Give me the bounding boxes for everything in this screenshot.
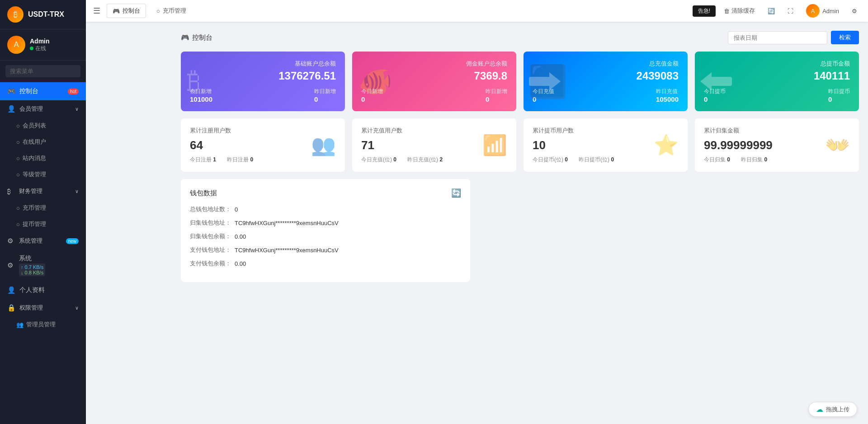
topbar-actions: 🗑 清除缓存 🔄 ⛶ A Admin ⚙ [720, 2, 861, 19]
sidebar-item-finance-mgmt[interactable]: ₿ 财务管理 ∨ [0, 183, 86, 200]
registered-sub: 今日注册 1 昨日注册 0 [190, 156, 336, 164]
user-info: A Admin 在线 [0, 29, 86, 61]
wallet-value-4: 0.00 [235, 260, 246, 267]
sidebar-item-sys-settings[interactable]: ⚙ 系统 ↑ 0.7 KB/s ↓ 0.8 KB/s [0, 250, 86, 281]
users-icon: 👥 [311, 133, 336, 157]
circle-icon: ○ [16, 171, 20, 178]
sys-settings-detail: 系统 ↑ 0.7 KB/s ↓ 0.8 KB/s [19, 254, 45, 276]
wallet-title: 钱包数据 [190, 189, 217, 198]
tab-recharge[interactable]: ○ 充币管理 [151, 4, 192, 18]
users-icon: 👥 [16, 321, 24, 328]
tab-dashboard[interactable]: 🎮 控制台 [107, 4, 146, 18]
stat-card-total-recharge: ⬛ 总充值金额 2439083 今日充值 0 昨日充值 105000 [524, 52, 688, 111]
member-icon: 👤 [7, 105, 16, 113]
wallet-refresh-icon[interactable]: 🔄 [451, 188, 461, 198]
stat-card-recharged-users: 累计充值用户数 71 今日充值(位) 0 昨日充值(位) 2 📶 [352, 118, 516, 172]
wallet-header: 钱包数据 🔄 [190, 188, 461, 198]
chevron-down-icon: ∨ [75, 305, 79, 311]
circle-icon: ○ [16, 205, 20, 212]
net-up: ↑ 0.7 KB/s [21, 264, 43, 270]
circle-icon: ○ [16, 139, 20, 146]
circle-icon: ○ [16, 122, 20, 129]
cloud-icon: ☁ [816, 405, 823, 414]
wifi-icon: 📶 [482, 133, 507, 157]
perm-label: 权限管理 [19, 304, 43, 312]
topbar: ☰ 🎮 控制台 ○ 充币管理 告急! 🗑 清除缓存 🔄 ⛶ A Admin ⚙ [86, 0, 868, 22]
recharged-sub: 今日充值(位) 0 昨日充值(位) 2 [361, 156, 507, 164]
wallet-value-0: 0 [235, 206, 238, 213]
sidebar-item-dashboard[interactable]: 🎮 控制台 hot [0, 82, 86, 100]
sidebar-item-site-msg[interactable]: ○ 站内消息 [0, 150, 86, 166]
date-input[interactable] [728, 31, 827, 44]
online-users-label: 在线用户 [23, 138, 46, 146]
svg-rect-0 [529, 77, 552, 86]
search-box[interactable] [0, 61, 86, 82]
basic-balance-value: 1376276.51 [190, 70, 336, 82]
recharge-yest: 昨日充值 105000 [656, 88, 679, 103]
stat-card-basic-balance: ₿ 基础账户总余额 1376276.51 今日新增 101000 昨日新增 0 [181, 52, 345, 111]
stat-card-withdrawn-users: 累计提币用户数 10 今日提币(位) 0 昨日提币(位) 0 ⭐ [524, 118, 688, 172]
dashboard-tab-icon: 🎮 [113, 8, 120, 14]
sidebar-item-member-list[interactable]: ○ 会员列表 [0, 118, 86, 134]
sidebar-item-profile[interactable]: 👤 个人资料 [0, 281, 86, 299]
sidebar-logo: ₿ USDT-TRX [0, 0, 86, 29]
gear-icon: ⚙ [7, 261, 15, 269]
admin-user[interactable]: A Admin [802, 2, 843, 19]
user-details: Admin 在线 [30, 38, 50, 52]
hot-badge: hot [68, 89, 79, 94]
wallet-row-4: 支付钱包余额： 0.00 [190, 259, 461, 268]
net-speed: ↑ 0.7 KB/s ↓ 0.8 KB/s [19, 264, 45, 276]
wallet-value-1: TC9hfwHXGunj*********9xemsnHuuCsV [235, 220, 339, 226]
registered-today: 今日注册 1 [190, 156, 216, 164]
avatar: A [7, 36, 25, 54]
margin-yest: 昨日新增 0 [486, 88, 507, 103]
upload-button[interactable]: ☁ 拖拽上传 [808, 402, 857, 417]
date-filter: 检索 [728, 31, 859, 44]
wallet-value-2: 0.00 [235, 233, 246, 240]
sidebar-item-online-users[interactable]: ○ 在线用户 [0, 134, 86, 150]
withdraw-today: 今日提币 0 [704, 88, 726, 103]
dashboard-icon: 🎮 [181, 33, 189, 42]
sidebar-item-level-mgmt[interactable]: ○ 等级管理 [0, 166, 86, 183]
menu-toggle-icon[interactable]: ☰ [93, 6, 100, 16]
withdraw-title: 总提币金额 [704, 60, 850, 68]
clear-cache-button[interactable]: 🗑 清除缓存 [720, 5, 759, 17]
status-dot [30, 47, 33, 50]
refresh-icon: 🔄 [768, 8, 775, 14]
star-icon: ⭐ [654, 133, 679, 157]
basic-yest: 昨日新增 0 [314, 88, 336, 103]
admin-mgmt-label: 管理员管理 [26, 320, 56, 329]
dashboard-tab-label: 控制台 [123, 7, 140, 15]
search-button[interactable]: 检索 [831, 31, 859, 44]
collected-sub: 今日归集 0 昨日归集 0 [704, 156, 850, 164]
withdraw-yest: 昨日提币 0 [828, 88, 850, 103]
sidebar-item-member-mgmt[interactable]: 👤 会员管理 ∨ [0, 100, 86, 118]
collected-yest: 昨日归集 0 [741, 156, 767, 164]
wallet-row-0: 总钱包地址数： 0 [190, 205, 461, 213]
svg-rect-2 [709, 77, 732, 86]
wallet-label-2: 归集钱包余额： [190, 232, 231, 240]
settings-button[interactable]: ⚙ [848, 6, 861, 16]
sidebar-item-withdraw-mgmt[interactable]: ○ 提币管理 [0, 216, 86, 232]
chevron-down-icon: ∨ [75, 106, 79, 112]
member-list-label: 会员列表 [23, 122, 46, 130]
refresh-button[interactable]: 🔄 [764, 6, 778, 16]
finance-label: 财务管理 [19, 187, 42, 195]
withdrawn-today: 今日提币(位) 0 [533, 156, 568, 164]
recharge-tab-label: 充币管理 [163, 7, 186, 15]
fullscreen-button[interactable]: ⛶ [784, 6, 797, 16]
sidebar-item-recharge-mgmt[interactable]: ○ 充币管理 [0, 200, 86, 216]
recharge-title: 总充值金额 [533, 60, 679, 68]
page-header: 🎮 控制台 检索 [181, 31, 859, 44]
sidebar-item-sys-mgmt[interactable]: ⚙ 系统管理 new [0, 232, 86, 250]
sidebar-item-admin-mgmt[interactable]: 👥 管理员管理 [0, 316, 86, 333]
dashboard-label: 控制台 [19, 87, 38, 95]
stat-card-registered: 累计注册用户数 64 今日注册 1 昨日注册 0 👥 [181, 118, 345, 172]
net-down: ↓ 0.8 KB/s [21, 270, 43, 275]
recharge-tab-icon: ○ [156, 8, 160, 14]
gear-icon: ⚙ [7, 237, 15, 245]
chevron-down-icon: ∨ [75, 188, 79, 194]
sidebar-item-perm-mgmt[interactable]: 🔒 权限管理 ∨ [0, 299, 86, 316]
search-input[interactable] [5, 65, 80, 77]
page-title: 🎮 控制台 [181, 33, 212, 42]
